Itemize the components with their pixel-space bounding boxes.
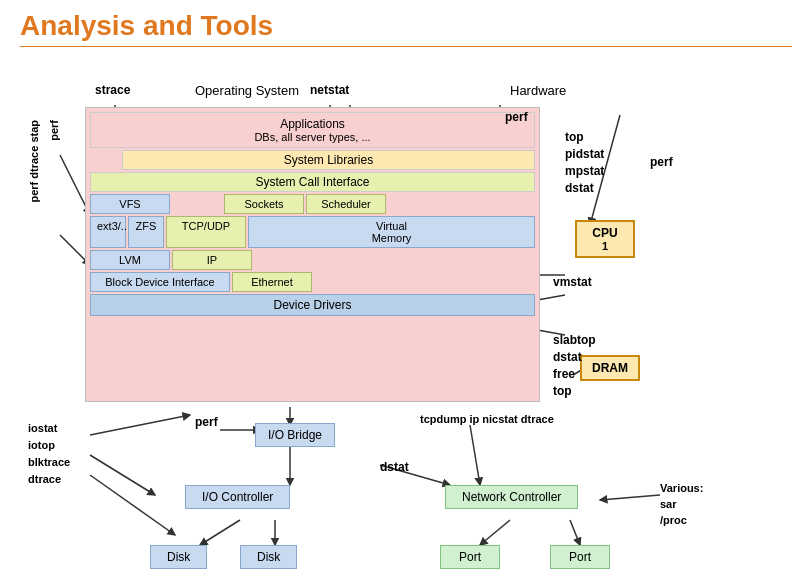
network-controller-box: Network Controller xyxy=(445,485,578,509)
diagram: strace Operating System netstat Hardware… xyxy=(20,55,780,577)
perf-top-label: perf xyxy=(505,110,528,124)
svg-line-23 xyxy=(570,520,580,545)
zfs-cell: ZFS xyxy=(128,216,164,248)
perf-vertical-label: perf xyxy=(48,120,60,141)
dstat2-label: dstat xyxy=(553,350,582,364)
perf-dtrace-stap-label: perf dtrace stap xyxy=(28,120,40,203)
perf-bottom-label: perf xyxy=(195,415,218,429)
various-group: Various: sar /proc xyxy=(660,480,703,528)
top2-label: top xyxy=(553,384,572,398)
ip-cell: IP xyxy=(172,250,252,270)
iostat-group: iostat iotop blktrace dtrace xyxy=(28,420,70,488)
io-controller-box: I/O Controller xyxy=(185,485,290,509)
vmstat-label: vmstat xyxy=(553,275,592,289)
vfs-cell: VFS xyxy=(90,194,170,214)
svg-line-15 xyxy=(90,455,155,495)
applications-label: Applications xyxy=(93,117,532,131)
device-drivers-row: Device Drivers xyxy=(90,294,535,316)
port1-box: Port xyxy=(440,545,500,569)
cpu-box: CPU 1 xyxy=(575,220,635,258)
svg-line-14 xyxy=(90,415,190,435)
strace-label: strace xyxy=(95,83,130,97)
tcpdump-label: tcpdump ip nicstat dtrace xyxy=(420,413,554,425)
blktrace-label: blktrace xyxy=(28,454,70,471)
dtrace-label: dtrace xyxy=(28,471,70,488)
syslib-row: System Libraries xyxy=(122,150,535,170)
kernel-row3: LVM IP xyxy=(90,250,535,270)
syscall-row: System Call Interface xyxy=(90,172,535,192)
page-title: Analysis and Tools xyxy=(20,10,792,47)
dstat-label: dstat xyxy=(565,181,594,195)
free-label: free xyxy=(553,367,575,381)
kernel-row2: ext3/... ZFS TCP/UDP VirtualMemory xyxy=(90,216,535,248)
sar-proc-label: sar xyxy=(660,496,703,512)
disk2-box: Disk xyxy=(240,545,297,569)
kernel-row1: VFS Sockets Scheduler xyxy=(90,194,535,214)
os-box: Applications DBs, all server types, ... … xyxy=(85,107,540,402)
io-bridge-box: I/O Bridge xyxy=(255,423,335,447)
page: Analysis and Tools xyxy=(0,0,812,577)
iotop-label: iotop xyxy=(28,437,70,454)
hardware-label: Hardware xyxy=(510,83,566,98)
ethernet-cell: Ethernet xyxy=(232,272,312,292)
apps-sub-label: DBs, all server types, ... xyxy=(93,131,532,143)
svg-line-24 xyxy=(600,495,660,500)
mpstat-label: mpstat xyxy=(565,164,604,178)
os-label: Operating System xyxy=(195,83,299,98)
scheduler-cell: Scheduler xyxy=(306,194,386,214)
disk1-box: Disk xyxy=(150,545,207,569)
netstat-label: netstat xyxy=(310,83,349,97)
tcpudp-cell: TCP/UDP xyxy=(166,216,246,248)
port2-box: Port xyxy=(550,545,610,569)
ext3-cell: ext3/... xyxy=(90,216,126,248)
svg-line-22 xyxy=(480,520,510,545)
sockets-cell: Sockets xyxy=(224,194,304,214)
slabtop-label: slabtop xyxy=(553,333,596,347)
applications-row: Applications DBs, all server types, ... xyxy=(90,112,535,148)
svg-line-19 xyxy=(200,520,240,545)
pidstat-label: pidstat xyxy=(565,147,604,161)
svg-line-21 xyxy=(470,425,480,485)
various-label: Various: xyxy=(660,480,703,496)
lvm-cell: LVM xyxy=(90,250,170,270)
top-label: top xyxy=(565,130,584,144)
blockdevice-cell: Block Device Interface xyxy=(90,272,230,292)
dram-box: DRAM xyxy=(580,355,640,381)
kernel-row4: Block Device Interface Ethernet xyxy=(90,272,535,292)
svg-line-16 xyxy=(90,475,175,535)
perf-right-label: perf xyxy=(650,155,673,169)
dstat-bottom-label: dstat xyxy=(380,460,409,474)
iostat-label: iostat xyxy=(28,420,70,437)
vm-cell: VirtualMemory xyxy=(248,216,535,248)
cpu-label: CPU xyxy=(587,226,623,240)
